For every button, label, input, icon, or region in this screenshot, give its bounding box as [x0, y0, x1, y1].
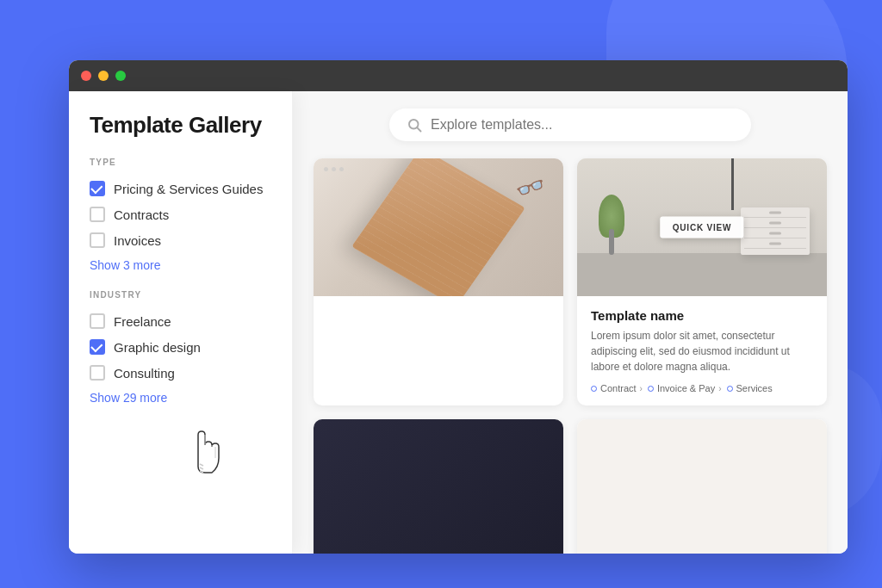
checkbox-freelance[interactable] — [90, 313, 105, 329]
geometric-decoration — [351, 158, 525, 296]
room-floor — [577, 253, 827, 296]
tag-services-label: Services — [736, 383, 773, 393]
filter-contracts[interactable]: Contracts — [90, 201, 275, 227]
card-2-body: Template name Lorem ipsum dolor sit amet… — [577, 296, 827, 405]
browser-window: Template Gallery TYPE Pricing & Services… — [69, 60, 848, 554]
tag-contract-label: Contract — [600, 383, 637, 393]
template-card-1[interactable]: 👓 — [314, 158, 563, 405]
checkbox-contracts[interactable] — [90, 207, 105, 222]
tag-invoice-arrow: › — [718, 384, 721, 393]
show-type-more-link[interactable]: Show 3 more — [90, 258, 160, 272]
plant-decoration — [599, 195, 624, 255]
card-1-dots — [324, 167, 344, 171]
search-icon — [407, 117, 422, 133]
card-3-image — [314, 419, 563, 554]
checkbox-graphic-design[interactable] — [90, 339, 105, 355]
search-bar — [389, 108, 751, 141]
template-card-2[interactable]: QUICK VIEW Template name Lorem ipsum dol… — [577, 158, 827, 405]
card-2-image: QUICK VIEW — [577, 158, 827, 296]
tag-contract: Contract › — [591, 383, 643, 393]
industry-section-label: INDUSTRY — [90, 290, 275, 300]
type-section-label: TYPE — [90, 158, 275, 167]
industry-filter-section: INDUSTRY Freelance Graphic design Consul… — [90, 290, 275, 405]
template-grid: 👓 — [314, 158, 827, 554]
card-2-title: Template name — [591, 308, 813, 323]
checkbox-consulting[interactable] — [90, 365, 105, 381]
svg-line-1 — [417, 127, 420, 131]
checkbox-pricing[interactable] — [90, 181, 105, 196]
filter-freelance[interactable]: Freelance — [90, 308, 275, 334]
show-industry-more-link[interactable]: Show 29 more — [90, 391, 167, 405]
dresser-decoration — [741, 207, 810, 255]
filter-panel: Template Gallery TYPE Pricing & Services… — [69, 91, 293, 554]
tag-services-dot — [727, 386, 733, 392]
content-area: Template Gallery TYPE Pricing & Services… — [69, 91, 848, 554]
tag-invoice: Invoice & Pay › — [648, 383, 722, 393]
minimize-button[interactable] — [98, 71, 109, 81]
filter-graphic-design[interactable]: Graphic design — [90, 334, 275, 360]
card-1-image: 👓 — [314, 158, 563, 296]
search-input[interactable] — [431, 117, 734, 133]
lamp-decoration — [731, 158, 734, 210]
tag-contract-dot — [591, 386, 597, 392]
filter-invoices[interactable]: Invoices — [90, 227, 275, 253]
title-bar — [69, 60, 848, 91]
tag-services: Services — [727, 383, 773, 393]
quick-view-button[interactable]: QUICK VIEW — [661, 217, 744, 238]
filter-pricing-label: Pricing & Services Guides — [114, 182, 263, 196]
filter-consulting-label: Consulting — [114, 366, 175, 381]
close-button[interactable] — [81, 71, 91, 81]
type-filter-section: TYPE Pricing & Services Guides Contracts… — [90, 158, 275, 273]
filter-graphic-design-label: Graphic design — [114, 340, 201, 355]
gallery-area: 👓 — [293, 91, 848, 554]
checkbox-invoices[interactable] — [90, 232, 105, 248]
tag-invoice-dot — [648, 386, 654, 392]
page-title: Template Gallery — [90, 112, 275, 139]
filter-invoices-label: Invoices — [114, 233, 161, 248]
filter-contracts-label: Contracts — [114, 207, 169, 222]
template-card-3[interactable] — [314, 419, 563, 554]
card-4-image — [577, 419, 827, 554]
card-2-tags: Contract › Invoice & Pay › Services — [591, 383, 813, 393]
maximize-button[interactable] — [115, 71, 126, 81]
template-card-4[interactable]: Details | Furniture | Inspiration — [577, 419, 827, 554]
filter-freelance-label: Freelance — [114, 314, 171, 329]
glasses-decoration: 👓 — [512, 170, 550, 207]
filter-pricing[interactable]: Pricing & Services Guides — [90, 176, 275, 201]
tag-invoice-label: Invoice & Pay — [657, 383, 715, 393]
filter-consulting[interactable]: Consulting — [90, 360, 275, 386]
card-2-description: Lorem ipsum dolor sit amet, consectetur … — [591, 328, 813, 374]
tag-contract-arrow: › — [640, 384, 643, 393]
